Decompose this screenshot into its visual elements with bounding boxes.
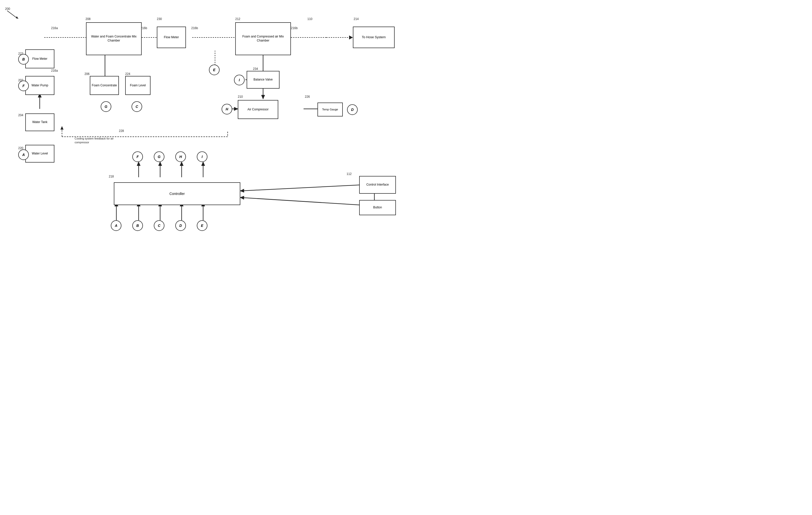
circle-F-water-pump: F [18, 81, 29, 91]
water-pump-box: Water Pump [25, 76, 54, 95]
svg-line-24 [240, 185, 362, 191]
circle-E-flow-meter-mid: E [209, 64, 220, 75]
balance-valve-box: Balance Valve [246, 71, 280, 89]
ref-200: 200 [5, 7, 10, 11]
flow-meter-left-box: Flow Meter [25, 49, 54, 69]
circle-A2-controller: A [111, 220, 121, 231]
circle-G2-controller-top: G [154, 152, 165, 162]
button-box: Button [359, 200, 396, 215]
ref-216b-2: 216b [191, 26, 198, 30]
ref-210: 210 [238, 95, 243, 99]
ref-206: 206 [85, 72, 90, 76]
air-compressor-box: Air Compressor [238, 100, 278, 119]
ref200-arrow [7, 11, 22, 21]
temp-gauge-box: Temp Gauge [317, 103, 343, 116]
ref-216b-3: 216b [291, 26, 298, 30]
circle-D2-controller: D [175, 220, 186, 231]
foam-air-mix-chamber-box: Foam and Compressed air Mix Chamber [235, 22, 291, 55]
circle-H2-controller-top: H [175, 152, 186, 162]
circle-C-foam-level: C [132, 101, 142, 112]
circle-B-flow-meter: B [18, 54, 29, 64]
svg-line-25 [240, 197, 362, 205]
ref-230: 230 [157, 17, 162, 21]
svg-marker-5 [349, 35, 353, 39]
circle-I2-controller-top: I [197, 152, 207, 162]
ref-214: 214 [354, 17, 359, 21]
connection-lines [0, 0, 406, 258]
ref-224: 224 [125, 72, 130, 76]
foam-level-box: Foam Level [125, 76, 150, 95]
cooling-text: Cooling system feedback for air compress… [75, 137, 115, 144]
water-foam-mix-chamber-box: Water and Foam Concentrate Mix Chamber [86, 22, 142, 55]
circle-F2-controller-top: F [132, 152, 143, 162]
flow-meter-mid-box: Flow Meter [157, 27, 186, 48]
control-interface-box: Control Interface [359, 176, 396, 194]
controller-box: Controller [114, 182, 240, 205]
water-tank-box: Water Tank [25, 113, 54, 131]
ref-212: 212 [235, 17, 240, 21]
circle-H-air-compressor: H [222, 104, 232, 114]
diagram: 200 208 216a 216a 216b 216b 216b 110 214… [0, 0, 406, 258]
svg-marker-33 [16, 16, 19, 19]
ref-208: 208 [86, 17, 91, 21]
circle-D-temp-gauge: D [347, 104, 358, 115]
svg-line-32 [7, 11, 17, 18]
ref-112: 112 [347, 172, 352, 176]
ref-226: 226 [305, 95, 310, 99]
circle-E2-controller: E [197, 220, 207, 231]
circle-I-balance-valve: I [234, 75, 244, 85]
ref-218: 218 [109, 175, 114, 178]
to-hose-system-box: To Hose System [353, 27, 395, 48]
ref-216a-1: 216a [51, 26, 58, 30]
foam-concentrate-box: Foam Concentrate [90, 76, 119, 95]
ref-228: 228 [119, 129, 124, 133]
ref-234: 234 [253, 67, 258, 71]
circle-B2-controller: B [132, 220, 143, 231]
ref-204: 204 [18, 113, 23, 117]
ref-110: 110 [307, 17, 312, 21]
circle-G-foam-concentrate: G [101, 101, 111, 112]
circle-A-water-level: A [18, 150, 29, 160]
ref-216a-2: 216a [51, 69, 58, 73]
water-level-box: Water Level [25, 145, 54, 163]
circle-C2-controller: C [154, 220, 165, 231]
